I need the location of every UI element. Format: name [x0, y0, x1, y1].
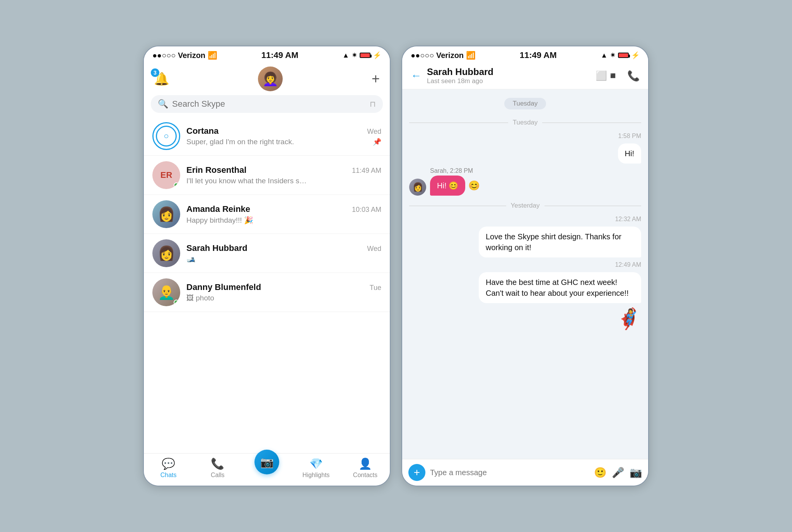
msg-bubble-wrap-sarah: Sarah, 2:28 PM Hi! 😊 😊: [430, 167, 480, 196]
chat-avatar-amanda: 👩: [152, 200, 180, 228]
message-input-bar: + 🙂 🎤 📷: [402, 459, 648, 486]
camera-icon[interactable]: 📷: [630, 467, 642, 479]
voice-call-icon[interactable]: 📞: [627, 70, 640, 82]
highlights-camera-icon: 📷: [260, 456, 274, 469]
chat-item-erin[interactable]: ER Erin Rosenthal 11:49 AM I'll let you …: [144, 156, 390, 195]
calls-icon: 📞: [211, 457, 224, 470]
location-icon-right: ▲: [601, 51, 608, 60]
tab-contacts[interactable]: 👤 Contacts: [341, 457, 390, 479]
online-indicator-danny: [174, 300, 179, 305]
chat-item-cortana[interactable]: ○ Cortana Wed Super, glad I'm on the rig…: [144, 117, 390, 156]
user-avatar[interactable]: 👩‍🦱: [258, 66, 283, 91]
highlights-center-button[interactable]: 📷: [254, 450, 279, 474]
contacts-label: Contacts: [353, 472, 377, 479]
date-divider-tuesday-pill: Tuesday: [409, 98, 641, 109]
emoji-icon[interactable]: 🙂: [594, 467, 606, 479]
date-divider-yesterday: Yesterday: [409, 202, 641, 210]
status-bar-left: ●●○○○ Verizon 📶 11:49 AM ▲ ✴ ⚡: [144, 46, 390, 63]
add-button[interactable]: +: [408, 464, 425, 481]
msg-row-superhero-emoji: 🦸‍♀️: [409, 307, 641, 331]
tab-chats[interactable]: 💬 Chats: [144, 457, 193, 479]
notif-badge: 3: [151, 68, 159, 77]
msg-bubble-wrap-ghc: Have the best time at GHC next week! Can…: [479, 272, 641, 303]
battery-right: ▲ ✴ ⚡: [601, 51, 640, 60]
bluetooth-icon: ✴: [352, 51, 357, 60]
msg-bubble-wrap-skype-shirt: Love the Skype shirt design. Thanks for …: [479, 227, 641, 257]
date-pill-tuesday: Tuesday: [504, 98, 546, 109]
chat-header: ← Sarah Hubbard Last seen 18m ago ⬜◾ 📞: [402, 63, 648, 89]
msg-sender-sarah: Sarah, 2:28 PM: [430, 167, 480, 174]
chat-name-amanda: Amanda Reinke: [186, 204, 250, 214]
chat-preview-cortana: Super, glad I'm on the right track.: [186, 138, 294, 146]
chats-label: Chats: [160, 472, 177, 479]
msg-bubble-sarah-hi: Hi! 😊: [430, 176, 465, 196]
time-label-1232am: 12:32 AM: [409, 216, 641, 223]
time-right: 11:49 AM: [520, 50, 557, 60]
message-input[interactable]: [430, 468, 589, 477]
contacts-icon: 👤: [358, 457, 372, 470]
highlights-icon: 💎: [309, 457, 323, 470]
chat-name-danny: Danny Blumenfeld: [186, 282, 261, 292]
microphone-icon[interactable]: 🎤: [612, 467, 624, 479]
msg-row-hi-outgoing: Hi!: [409, 143, 641, 164]
battery-left: ▲ ✴ ⚡: [342, 51, 381, 60]
msg-bubble-hi: Hi!: [618, 143, 641, 164]
wifi-icon-right: 📶: [466, 51, 476, 60]
search-input[interactable]: [172, 99, 366, 109]
chat-name-cortana: Cortana: [186, 126, 218, 136]
wifi-icon: 📶: [208, 51, 217, 60]
reaction-emoji: 😊: [468, 180, 480, 191]
date-label-tuesday: Tuesday: [513, 119, 538, 126]
tab-highlights-center[interactable]: 📷: [242, 457, 291, 479]
search-bar[interactable]: 🔍 ⊓: [151, 95, 383, 113]
chat-time-danny: Tue: [370, 284, 381, 292]
date-label-yesterday: Yesterday: [511, 202, 540, 210]
header-actions: ⬜◾ 📞: [596, 70, 640, 82]
tab-highlights[interactable]: 💎 Highlights: [292, 457, 341, 479]
chat-name-erin: Erin Rosenthal: [186, 165, 246, 175]
contact-info: Sarah Hubbard Last seen 18m ago: [427, 66, 590, 85]
chat-avatar-erin: ER: [152, 161, 180, 189]
chat-content-danny: Danny Blumenfeld Tue 🖼 photo: [186, 282, 381, 302]
cortana-avatar: ○: [152, 122, 180, 150]
input-icons: 🙂 🎤 📷: [594, 467, 642, 479]
highlights-label: Highlights: [302, 472, 329, 479]
video-call-icon[interactable]: ⬜◾: [596, 70, 619, 81]
charging-icon-right: ⚡: [631, 51, 640, 60]
search-icon: 🔍: [158, 99, 168, 109]
calls-label: Calls: [211, 472, 225, 479]
msg-bubble-ghc: Have the best time at GHC next week! Can…: [479, 272, 641, 303]
back-button[interactable]: ←: [411, 70, 422, 82]
chat-item-sarah[interactable]: 👩 Sarah Hubbard Wed 🎿: [144, 234, 390, 273]
chat-time-amanda: 10:03 AM: [352, 206, 381, 214]
msg-bubble-skype-shirt: Love the Skype shirt design. Thanks for …: [479, 227, 641, 257]
filter-icon[interactable]: ⊓: [370, 99, 376, 109]
tab-bar: 💬 Chats 📞 Calls 📷 💎 Highlights 👤 Contact…: [144, 453, 390, 486]
chat-content-cortana: Cortana Wed Super, glad I'm on the right…: [186, 126, 381, 146]
chat-content-erin: Erin Rosenthal 11:49 AM I'll let you kno…: [186, 165, 381, 185]
notifications-bell[interactable]: 🔔 3: [154, 72, 169, 86]
contact-name: Sarah Hubbard: [427, 66, 590, 77]
chat-preview-sarah: 🎿: [186, 255, 196, 264]
msg-row-skype-shirt: Love the Skype shirt design. Thanks for …: [409, 227, 641, 257]
chat-name-sarah: Sarah Hubbard: [186, 243, 248, 253]
location-icon: ▲: [342, 51, 349, 60]
tab-calls[interactable]: 📞 Calls: [193, 457, 242, 479]
online-indicator-erin: [174, 182, 179, 188]
date-divider-tuesday-line: Tuesday: [409, 119, 641, 126]
new-chat-button[interactable]: +: [372, 72, 380, 86]
msg-row-sarah-incoming: 👩 Sarah, 2:28 PM Hi! 😊 😊: [409, 167, 641, 196]
chat-preview-amanda: Happy birthday!!! 🎉: [186, 216, 253, 225]
chat-content-amanda: Amanda Reinke 10:03 AM Happy birthday!!!…: [186, 204, 381, 225]
chat-item-amanda[interactable]: 👩 Amanda Reinke 10:03 AM Happy birthday!…: [144, 195, 390, 234]
chat-preview-erin: I'll let you know what the Insiders say.…: [186, 177, 310, 185]
phones-container: ●●○○○ Verizon 📶 11:49 AM ▲ ✴ ⚡ 🔔 3: [135, 38, 657, 494]
messages-area: Tuesday Tuesday 1:58 PM Hi! 👩: [402, 89, 648, 459]
msg-row-ghc: Have the best time at GHC next week! Can…: [409, 272, 641, 303]
carrier-right: ●●○○○ Verizon 📶: [411, 51, 476, 60]
chat-avatar-sarah: 👩: [152, 239, 180, 267]
status-bar-right: ●●○○○ Verizon 📶 11:49 AM ▲ ✴ ⚡: [402, 46, 648, 63]
chat-time-sarah: Wed: [367, 245, 381, 253]
pin-icon: 📌: [373, 138, 381, 146]
chat-item-danny[interactable]: 👨‍🦲 Danny Blumenfeld Tue 🖼 photo: [144, 273, 390, 312]
